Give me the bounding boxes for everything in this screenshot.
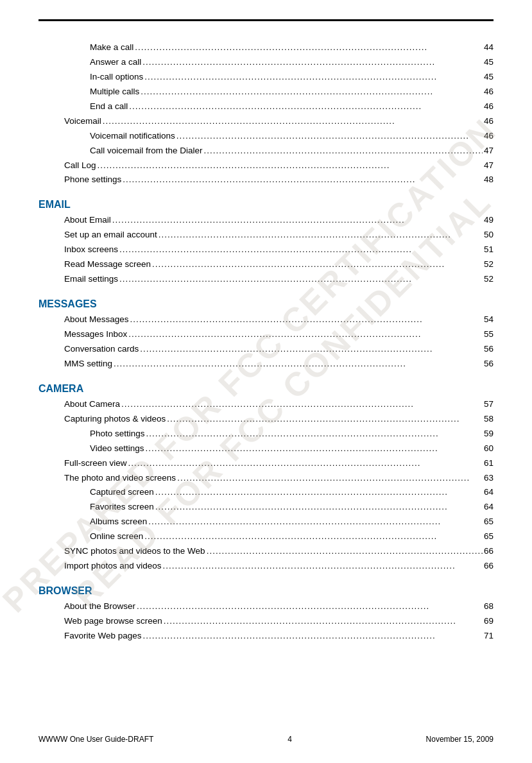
entry-dots: ........................................… (159, 228, 483, 243)
toc-entry: Favorite Web pages......................… (39, 629, 493, 644)
entry-dots: ........................................… (142, 55, 483, 70)
entry-dots: ........................................… (177, 471, 483, 486)
entry-label: Photo settings (39, 427, 145, 442)
toc-entry: SYNC photos and videos to the Web.......… (39, 544, 493, 559)
toc-entry: Multiple calls..........................… (39, 85, 493, 99)
entry-label: Voicemail (39, 114, 101, 129)
entry-dots: ........................................… (140, 342, 483, 357)
entry-label: About Email (39, 213, 111, 228)
entry-dots: ........................................… (148, 515, 483, 529)
toc-entry: MMS setting.............................… (39, 357, 493, 372)
entry-page: 63 (484, 471, 493, 486)
entry-label: Answer a call (39, 55, 141, 70)
top-border (39, 19, 493, 21)
entry-dots: ........................................… (152, 257, 483, 272)
entry-dots: ........................................… (144, 529, 483, 544)
section-header-camera: CAMERA (39, 383, 493, 395)
entry-page: 45 (484, 55, 493, 70)
entry-page: 60 (484, 442, 493, 456)
entry-label: Messages Inbox (39, 327, 127, 342)
entry-page: 52 (484, 257, 493, 272)
toc-entry: End a call..............................… (39, 99, 493, 114)
toc-entry: About Messages..........................… (39, 313, 493, 327)
entry-page: 46 (484, 85, 493, 99)
entry-label: Conversation cards (39, 342, 139, 357)
section-header-browser: BROWSER (39, 585, 493, 597)
entry-dots: ........................................… (155, 485, 483, 500)
entry-dots: ........................................… (143, 629, 483, 644)
entry-label: In-call options (39, 70, 143, 85)
toc-entry: Messages Inbox..........................… (39, 327, 493, 342)
entry-dots: ........................................… (119, 272, 483, 287)
entry-label: Phone settings (39, 173, 121, 187)
entry-dots: ........................................… (204, 144, 483, 159)
entry-dots: ........................................… (167, 412, 483, 427)
toc-entry: Voicemail notifications.................… (39, 129, 493, 144)
entry-label: About the Browser (39, 599, 135, 614)
entry-page: 48 (484, 173, 493, 187)
entry-page: 56 (484, 342, 493, 357)
toc-entry: Voicemail...............................… (39, 114, 493, 129)
entry-page: 52 (484, 272, 493, 287)
entry-dots: ........................................… (135, 40, 483, 55)
toc-entry: Read Message screen.....................… (39, 257, 493, 272)
toc-entry: About Email.............................… (39, 213, 493, 228)
toc-entry: Albums screen...........................… (39, 515, 493, 529)
section-header-messages: MESSAGES (39, 298, 493, 310)
footer-page: 4 (287, 735, 292, 744)
toc-entry: Import photos and videos................… (39, 559, 493, 574)
entry-page: 64 (484, 485, 493, 500)
toc-entry: About Camera............................… (39, 397, 493, 412)
entry-label: End a call (39, 99, 128, 114)
entry-dots: ........................................… (176, 129, 483, 144)
entry-page: 50 (484, 228, 493, 243)
toc-entry: Captured screen.........................… (39, 485, 493, 500)
entry-dots: ........................................… (141, 85, 483, 99)
entry-label: Call voicemail from the Dialer (39, 144, 203, 159)
footer-right: November 15, 2009 (426, 735, 493, 744)
entry-page: 46 (484, 114, 493, 129)
entry-page: 65 (484, 529, 493, 544)
entry-dots: ........................................… (128, 327, 483, 342)
entry-page: 45 (484, 70, 493, 85)
entry-label: Albums screen (39, 515, 147, 529)
entry-page: 65 (484, 515, 493, 529)
entry-page: 58 (484, 412, 493, 427)
toc-entry: Capturing photos & videos...............… (39, 412, 493, 427)
entry-page: 69 (484, 614, 493, 629)
entry-page: 66 (484, 544, 493, 559)
entry-page: 59 (484, 427, 493, 442)
entry-label: Set up an email account (39, 228, 157, 243)
toc-entry: Full-screen view........................… (39, 456, 493, 471)
entry-label: Voicemail notifications (39, 129, 175, 144)
toc-entry: Make a call.............................… (39, 40, 493, 55)
toc-entry: The photo and video screens.............… (39, 471, 493, 486)
entry-page: 47 (484, 144, 493, 159)
entry-dots: ........................................… (163, 559, 483, 574)
entry-page: 64 (484, 500, 493, 515)
entry-label: SYNC photos and videos to the Web (39, 544, 205, 559)
entry-dots: ........................................… (129, 99, 483, 114)
entry-dots: ........................................… (146, 427, 483, 442)
entry-dots: ........................................… (128, 456, 483, 471)
entry-dots: ........................................… (123, 173, 483, 187)
toc-entry: Inbox screens...........................… (39, 243, 493, 257)
entry-page: 51 (484, 243, 493, 257)
entry-label: Video settings (39, 442, 144, 456)
toc-list: Make a call.............................… (39, 40, 493, 644)
toc-entry: Set up an email account.................… (39, 228, 493, 243)
entry-label: Inbox screens (39, 243, 118, 257)
entry-dots: ........................................… (164, 614, 483, 629)
entry-label: MMS setting (39, 357, 112, 372)
entry-label: Favorites screen (39, 500, 154, 515)
toc-entry: Call Log................................… (39, 159, 493, 173)
entry-label: The photo and video screens (39, 471, 176, 486)
entry-page: 47 (484, 159, 493, 173)
entry-label: About Messages (39, 313, 129, 327)
toc-entry: Call voicemail from the Dialer..........… (39, 144, 493, 159)
page: Make a call.............................… (0, 0, 532, 763)
entry-dots: ........................................… (121, 397, 483, 412)
entry-page: 66 (484, 559, 493, 574)
entry-dots: ........................................… (155, 500, 483, 515)
section-header-email: EMAIL (39, 199, 493, 210)
